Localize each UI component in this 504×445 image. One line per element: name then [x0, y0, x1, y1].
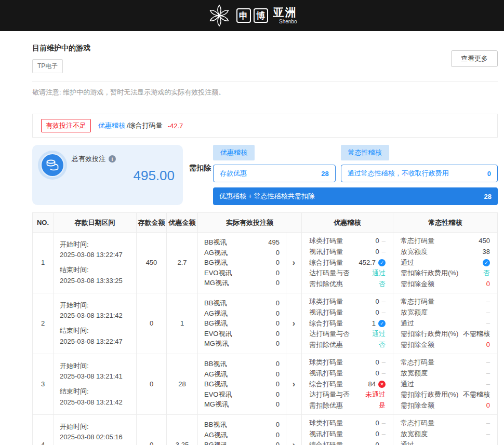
audit-value: 不需稽核 [463, 329, 490, 340]
end-time-label: 结束时间: [60, 265, 130, 275]
check-circle-icon: ✓ [483, 259, 490, 266]
bet-value: 0 [276, 430, 280, 440]
audit-value: 0 [376, 440, 379, 445]
bet-value: 0 [276, 369, 280, 380]
view-more-button[interactable]: 查看更多 [451, 50, 498, 67]
audit-label: 需扣除金额 [401, 400, 434, 411]
brand-region-block: 亚洲 Shenbo [273, 7, 297, 24]
audit-value: 0 [486, 340, 490, 350]
audit-line: 需扣除优惠否 [309, 279, 386, 290]
audit-label: 达打码量与否 [309, 329, 350, 340]
audit-value: 通过 [372, 329, 386, 340]
audit-line: 放宽额度– [401, 429, 490, 440]
audit-label: 通过 [401, 318, 414, 329]
normal-audit-cell: 常态打码量–放宽额度–通过–需扣除行政费用(%)不需稽核需扣除金额0 [393, 414, 498, 445]
expand-row-cell[interactable] [286, 354, 302, 414]
audit-label: 需扣除优惠 [309, 400, 343, 411]
tab-promo-audit[interactable]: 优惠稽核 [213, 145, 255, 160]
bet-line: MG视讯0 [204, 339, 280, 349]
audit-value-group: 不需稽核 [463, 389, 490, 400]
start-time-value: 2025-03-08 13:21:42 [60, 311, 130, 321]
deficit-value: -42.7 [168, 122, 183, 130]
dash-icon: – [486, 296, 490, 307]
audit-value-group: 0– [376, 236, 386, 247]
start-time-value: 2025-03-08 13:22:47 [60, 250, 130, 260]
total-deduction-value: 28 [484, 193, 492, 200]
end-time-value: 2025-03-08 13:33:25 [60, 276, 130, 286]
audit-label: 放宽额度 [401, 368, 428, 379]
bonus-amount-cell: 3.25 [167, 414, 198, 445]
normal-deduct-value: 0 [487, 170, 491, 178]
audit-line: 放宽额度– [401, 368, 490, 379]
deposit-date-range-cell: 开始时间: 2025-03-08 13:21:41 结束时间: 2025-03-… [54, 354, 137, 414]
bet-line: BG视讯0 [204, 379, 280, 389]
bet-line: EVO视讯0 [204, 268, 280, 278]
bet-value: 0 [276, 359, 280, 369]
audit-label: 球类打码量 [309, 418, 343, 429]
info-icon[interactable] [109, 155, 116, 163]
audit-value-group: 450 [479, 236, 490, 247]
total-deduction-bar: 优惠稽核 + 常态性稽核共需扣除 28 [213, 187, 498, 205]
bet-game-name: BG视讯 [204, 440, 228, 445]
dash-icon: – [486, 440, 490, 445]
audit-line: 常态打码量– [401, 296, 490, 307]
bet-game-name: EVO视讯 [204, 268, 232, 278]
audit-value: 0 [376, 247, 379, 258]
summary-section: 总有效投注 495.00 需扣除 优惠稽核 存款优惠 28 常态性稽核 [32, 145, 498, 205]
audit-label: 视讯打码量 [309, 368, 343, 379]
audit-value-group: 0– [376, 296, 386, 307]
audit-value: 1 [372, 318, 376, 329]
bet-value: 495 [268, 237, 280, 248]
audit-value-group: – [486, 296, 490, 307]
maintenance-section: 目前维护中的游戏 TP电子 查看更多 敬请注意: 维护中的游戏，暂时无法显示游戏… [32, 44, 498, 97]
audit-line: 通过– [401, 318, 490, 329]
audit-line: 综合打码量84✕ [309, 379, 386, 390]
actual-valid-bets-cell: BB视讯0AG视讯0BG视讯0EVO视讯0MG视讯0 [198, 354, 286, 414]
audit-value: 452.7 [359, 258, 376, 268]
audit-line: 需扣除金额0 [401, 340, 490, 350]
audit-value-group: 0 [486, 340, 490, 350]
brand-char-2: 博 [254, 8, 268, 23]
audit-value-group: 0– [376, 307, 386, 318]
main-content: 目前维护中的游戏 TP电子 查看更多 敬请注意: 维护中的游戏，暂时无法显示游戏… [0, 31, 504, 445]
bet-line: AG视讯0 [204, 430, 280, 440]
bonus-amount-cell: 28 [167, 354, 198, 414]
dash-icon: – [382, 418, 386, 429]
audit-value: 否 [379, 340, 386, 350]
audit-label: 需扣除金额 [401, 340, 434, 350]
tab-normal-audit[interactable]: 常态性稽核 [341, 145, 389, 160]
row-number: 4 [33, 414, 54, 445]
audit-value: 0 [376, 296, 379, 307]
bet-game-name: MG视讯 [204, 399, 229, 410]
audit-value-group: – [486, 357, 490, 368]
audit-line: 综合打码量0– [309, 440, 386, 445]
close-circle-icon: ✕ [378, 381, 386, 388]
table-row: 2 开始时间: 2025-03-08 13:21:42 结束时间: 2025-0… [33, 293, 498, 354]
start-time-label: 开始时间: [60, 422, 130, 432]
dash-icon: – [486, 379, 490, 390]
expand-row-cell[interactable] [286, 233, 302, 293]
audit-line: 需扣除行政费用(%)否 [401, 268, 490, 279]
audit-line: 放宽额度38 [401, 247, 490, 258]
audit-value-group: ✓ [483, 259, 490, 266]
promo-audit-link[interactable]: 优惠稽核 [98, 121, 125, 130]
expand-row-cell[interactable] [286, 414, 302, 445]
bet-line: BB视讯0 [204, 298, 280, 308]
normal-audit-cell: 常态打码量450放宽额度38通过✓需扣除行政费用(%)否需扣除金额0 [393, 233, 498, 293]
dash-icon: – [486, 368, 490, 379]
audit-value-group: – [486, 307, 490, 318]
bet-game-name: BG视讯 [204, 318, 228, 329]
deposit-date-range-cell: 开始时间: 2025-03-08 02:05:16 结束时间: 2025-03-… [54, 414, 137, 445]
audit-line: 需扣除金额0 [401, 400, 490, 411]
dash-icon: – [382, 368, 386, 379]
bet-value: 0 [276, 278, 280, 288]
deposit-amount-cell: 0 [137, 414, 167, 445]
end-time-label: 结束时间: [60, 386, 130, 397]
expand-row-cell[interactable] [286, 293, 302, 354]
audit-value: 否 [379, 279, 386, 290]
deduction-panel: 优惠稽核 存款优惠 28 常态性稽核 通过常态性稽核，不收取行政费用 0 优惠稽… [213, 145, 498, 205]
audit-value-group: 0– [376, 247, 386, 258]
top-header: 申 博 亚洲 Shenbo [0, 0, 504, 31]
bet-game-name: EVO视讯 [204, 329, 232, 339]
table-header-row: NO. 存款日期区间 存款金额 优惠金额 实际有效投注额 优惠稽核 常态性稽核 [33, 213, 498, 233]
